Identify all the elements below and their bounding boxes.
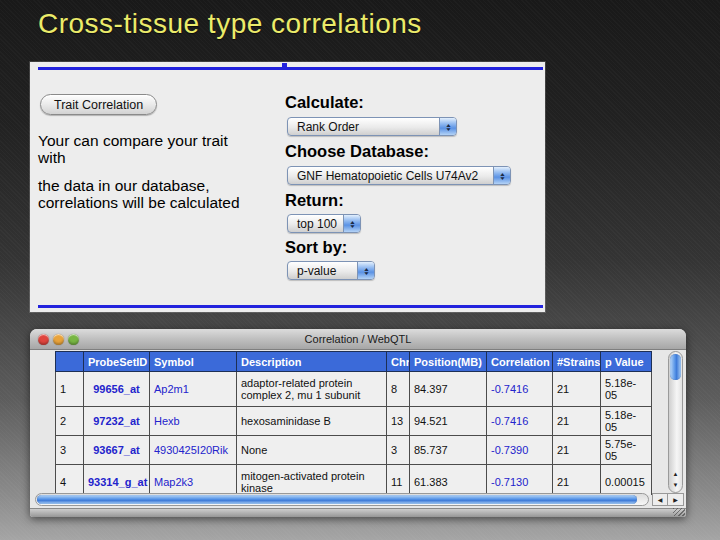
chr-cell: 11 <box>387 465 410 496</box>
database-select[interactable]: GNF Hematopoietic Cells U74Av2 ▲▼ <box>287 166 511 185</box>
correlation-link[interactable]: -0.7390 <box>487 436 553 465</box>
probe-set-link[interactable]: 93314_g_at <box>84 465 150 496</box>
col-header-position: Position(MB) <box>410 352 487 372</box>
table-header-row: ProbeSetID Symbol Description Chr Positi… <box>56 352 652 372</box>
chr-cell: 8 <box>387 372 410 407</box>
chr-cell: 3 <box>387 436 410 465</box>
database-select-value: GNF Hematopoietic Cells U74Av2 <box>288 169 493 183</box>
strains-cell: 21 <box>553 372 601 407</box>
correlation-window: Correlation / WebQTL ProbeSetID Symbol <box>30 329 686 517</box>
intro-line: the data in our database, <box>38 177 240 194</box>
row-index: 1 <box>56 372 84 407</box>
probe-set-link[interactable]: 97232_at <box>84 407 150 436</box>
correlation-link[interactable]: -0.7416 <box>487 372 553 407</box>
slide: Cross-tissue type correlations Trait Cor… <box>0 0 720 540</box>
symbol-link[interactable]: 4930425I20Rik <box>150 436 237 465</box>
probe-set-link[interactable]: 99656_at <box>84 372 150 407</box>
row-index: 3 <box>56 436 84 465</box>
dropdown-stepper-icon: ▲▼ <box>343 215 360 232</box>
correlation-form-panel: Trait Correlation Your can compare your … <box>30 62 545 312</box>
scroll-up-icon[interactable]: ▲ <box>669 469 682 480</box>
bottom-divider <box>38 305 543 308</box>
choose-database-label: Choose Database: <box>285 142 429 161</box>
position-cell: 85.737 <box>410 436 487 465</box>
window-content: ProbeSetID Symbol Description Chr Positi… <box>30 350 686 508</box>
return-label: Return: <box>285 191 344 210</box>
col-header-index <box>56 352 84 372</box>
pvalue-cell: 5.18e-05 <box>601 372 652 407</box>
position-cell: 94.521 <box>410 407 487 436</box>
col-header-pvalue: p Value <box>601 352 652 372</box>
col-header-chr: Chr <box>387 352 410 372</box>
col-header-strains: #Strains <box>553 352 601 372</box>
divider-notch <box>282 63 287 68</box>
pvalue-cell: 0.00015 <box>601 465 652 496</box>
top-divider <box>38 67 543 70</box>
dropdown-stepper-icon: ▲▼ <box>357 262 374 279</box>
scroll-right-icon[interactable]: ▶ <box>668 493 684 506</box>
calculate-select-value: Rank Order <box>288 120 439 134</box>
intro-text: Your can compare your trait with the dat… <box>38 132 240 222</box>
strains-cell: 21 <box>553 407 601 436</box>
table-row: 3 93667_at 4930425I20Rik None 3 85.737 -… <box>56 436 652 465</box>
col-header-correlation: Correlation <box>487 352 553 372</box>
scroll-left-icon[interactable]: ◀ <box>652 493 668 506</box>
symbol-link[interactable]: Map2k3 <box>150 465 237 496</box>
dropdown-stepper-icon: ▲▼ <box>493 167 510 184</box>
correlation-table: ProbeSetID Symbol Description Chr Positi… <box>55 351 652 495</box>
col-header-probesetid: ProbeSetID <box>84 352 150 372</box>
probe-set-link[interactable]: 93667_at <box>84 436 150 465</box>
window-bottom-bar <box>30 508 686 517</box>
description-cell: hexosaminidase B <box>237 407 387 436</box>
return-select[interactable]: top 100 ▲▼ <box>287 214 361 233</box>
symbol-link[interactable]: Hexb <box>150 407 237 436</box>
pvalue-cell: 5.75e-05 <box>601 436 652 465</box>
sort-by-select-value: p-value <box>288 264 357 278</box>
calculate-label: Calculate: <box>285 93 364 112</box>
vertical-scrollbar[interactable]: ▲ ▼ <box>668 351 683 493</box>
strains-cell: 21 <box>553 465 601 496</box>
col-header-description: Description <box>237 352 387 372</box>
intro-line: correlations will be calculated <box>38 194 240 211</box>
sort-by-select[interactable]: p-value ▲▼ <box>287 261 375 280</box>
strains-cell: 21 <box>553 436 601 465</box>
pvalue-cell: 5.18e-05 <box>601 407 652 436</box>
resize-grip[interactable] <box>673 508 685 516</box>
description-cell: mitogen-activated protein kinase <box>237 465 387 496</box>
correlation-link[interactable]: -0.7416 <box>487 407 553 436</box>
slide-title: Cross-tissue type correlations <box>38 8 422 40</box>
correlation-link[interactable]: -0.7130 <box>487 465 553 496</box>
description-cell: adaptor-related protein complex 2, mu 1 … <box>237 372 387 407</box>
table-row: 1 99656_at Ap2m1 adaptor-related protein… <box>56 372 652 407</box>
position-cell: 61.383 <box>410 465 487 496</box>
table-viewport: ProbeSetID Symbol Description Chr Positi… <box>55 351 652 495</box>
vertical-scrollbar-thumb[interactable] <box>670 354 681 380</box>
sort-by-label: Sort by: <box>285 238 347 257</box>
chr-cell: 13 <box>387 407 410 436</box>
intro-line: Your can compare your trait <box>38 132 240 149</box>
intro-line: with <box>38 149 240 166</box>
row-index: 2 <box>56 407 84 436</box>
return-select-value: top 100 <box>288 217 343 231</box>
window-titlebar[interactable]: Correlation / WebQTL <box>30 329 686 350</box>
trait-correlation-button[interactable]: Trait Correlation <box>40 94 157 115</box>
dropdown-stepper-icon: ▲▼ <box>439 118 456 135</box>
calculate-select[interactable]: Rank Order ▲▼ <box>287 117 457 136</box>
row-index: 4 <box>56 465 84 496</box>
position-cell: 84.397 <box>410 372 487 407</box>
scroll-down-icon[interactable]: ▼ <box>669 480 682 491</box>
table-row: 4 93314_g_at Map2k3 mitogen-activated pr… <box>56 465 652 496</box>
horizontal-scrollbar-thumb[interactable] <box>37 495 637 504</box>
description-cell: None <box>237 436 387 465</box>
col-header-symbol: Symbol <box>150 352 237 372</box>
window-title: Correlation / WebQTL <box>30 333 686 345</box>
horizontal-scrollbar[interactable] <box>35 493 649 506</box>
symbol-link[interactable]: Ap2m1 <box>150 372 237 407</box>
horizontal-scroll-buttons: ◀ ▶ <box>652 493 684 506</box>
table-row: 2 97232_at Hexb hexosaminidase B 13 94.5… <box>56 407 652 436</box>
